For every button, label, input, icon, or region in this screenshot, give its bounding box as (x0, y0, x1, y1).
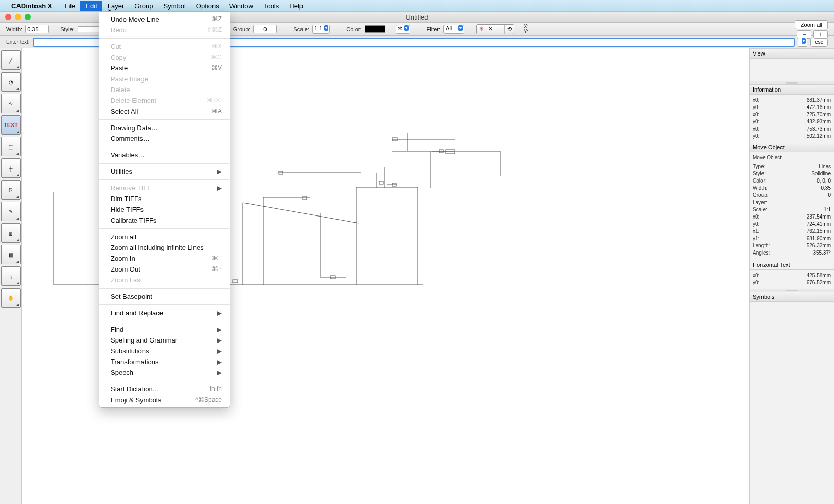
svg-rect-29 (446, 150, 455, 154)
menu-group[interactable]: Group (129, 1, 158, 11)
menu-item-hide-tiffs[interactable]: Hide TIFFs (99, 204, 230, 215)
minimize-window-icon[interactable] (15, 14, 21, 20)
color-label: Color: (346, 26, 361, 32)
zoom-all-button[interactable]: Zoom all (795, 20, 828, 29)
view-section-header[interactable]: View (750, 48, 834, 59)
text-tool[interactable]: TEXT (1, 115, 21, 135)
menu-file[interactable]: File (59, 1, 80, 11)
menu-tools[interactable]: Tools (258, 1, 284, 11)
arc-tool[interactable]: ◔ (1, 72, 21, 92)
enter-text-label: Enter text: (6, 39, 30, 45)
menu-item-find[interactable]: Find▶ (99, 324, 230, 335)
info-row: Scale:1:1 (753, 206, 831, 213)
info-row: Style:Solidline (753, 170, 831, 177)
menubar: CADintosh X FileEditLayerGroupSymbolOpti… (0, 0, 834, 11)
menu-item-comments-[interactable]: Comments… (99, 133, 230, 144)
svg-rect-7 (233, 280, 238, 283)
menu-item-redo: Redo⇧⌘Z (99, 25, 230, 35)
settings-select[interactable]: ✲ (396, 25, 410, 34)
hand-tool[interactable]: ✋ (1, 288, 21, 308)
tool-palette: ╱◔∿TEXT⬚┼⎘✎🗑▨⤵✋ (0, 48, 22, 504)
menu-item-variables-[interactable]: Variables… (99, 150, 230, 160)
info-row: Layer: (753, 199, 831, 206)
path-tool[interactable]: ⤵ (1, 266, 21, 286)
width-input[interactable] (25, 25, 49, 33)
info-row: Type:Lines (753, 163, 831, 170)
info-row: x0:425.58mm (753, 272, 831, 279)
zoom-window-icon[interactable] (25, 14, 31, 20)
snap-intersect-icon[interactable]: ✕ (486, 25, 495, 34)
svg-rect-25 (392, 138, 397, 141)
menu-item-undo-move-line[interactable]: Undo Move Line⌘Z (99, 14, 230, 25)
filter-label: Filter: (427, 26, 441, 32)
copy-tool[interactable]: ⎘ (1, 180, 21, 200)
menu-item-calibrate-tiffs[interactable]: Calibrate TIFFs (99, 215, 230, 226)
info-section-header[interactable]: Information (750, 84, 834, 95)
menu-item-dim-tiffs[interactable]: Dim TIFFs (99, 193, 230, 204)
dim-x-tool[interactable]: ⬚ (1, 137, 21, 156)
info-row: y0:676.52mm (753, 279, 831, 286)
info-row: Group:0 (753, 192, 831, 199)
coord-tool[interactable]: ┼ (1, 158, 21, 178)
menu-item-paste[interactable]: Paste⌘V (99, 63, 230, 74)
esc-button[interactable]: esc (810, 38, 828, 47)
menu-symbol[interactable]: Symbol (158, 1, 190, 11)
document-title: Untitled (405, 13, 428, 21)
width-label: Width: (6, 26, 22, 32)
info-row: y1:681.90mm (753, 235, 831, 242)
snap-point-icon[interactable]: ✳ (477, 25, 486, 34)
trash-tool[interactable]: 🗑 (1, 223, 21, 243)
coord-y-label: Y: (524, 29, 528, 34)
group-input[interactable] (253, 25, 277, 33)
menu-item-utilities[interactable]: Utilities▶ (99, 166, 230, 177)
snap-perp-icon[interactable]: ⟂ (495, 25, 505, 34)
bezier-tool[interactable]: ✎ (1, 202, 21, 221)
color-swatch[interactable] (365, 25, 385, 33)
menu-item-cut: Cut⌘X (99, 41, 230, 52)
menu-item-select-all[interactable]: Select All⌘A (99, 106, 230, 117)
menu-item-speech[interactable]: Speech▶ (99, 367, 230, 378)
info-row: y0:502.12mm (753, 133, 831, 140)
hatch-tool[interactable]: ▨ (1, 245, 21, 264)
coord-x-label: X: (524, 24, 528, 29)
menu-item-substitutions[interactable]: Substitutions▶ (99, 346, 230, 356)
info-row: x0:725.70mm (753, 111, 831, 118)
menu-edit[interactable]: Edit (80, 1, 102, 11)
info-row: x1:762.15mm (753, 228, 831, 235)
close-window-icon[interactable] (5, 14, 11, 20)
menu-item-drawing-data-[interactable]: Drawing Data… (99, 122, 230, 133)
menu-item-emoji-symbols[interactable]: Emoji & Symbols^⌘Space (99, 394, 230, 405)
menu-help[interactable]: Help (284, 1, 308, 11)
menu-item-zoom-all-including-infinite-lines[interactable]: Zoom all including infinite Lines (99, 242, 230, 253)
menu-layer[interactable]: Layer (102, 1, 130, 11)
snap-buttons: ✳ ✕ ⟂ ⟲ (476, 24, 514, 34)
menu-item-find-and-replace[interactable]: Find and Replace▶ (99, 308, 230, 318)
menu-item-spelling-and-grammar[interactable]: Spelling and Grammar▶ (99, 335, 230, 346)
move-object-header[interactable]: Move Object (750, 142, 834, 152)
entry-mode-select[interactable] (798, 38, 807, 47)
edit-menu-dropdown: Undo Move Line⌘ZRedo⇧⌘ZCut⌘XCopy⌘CPaste⌘… (99, 11, 230, 408)
menu-window[interactable]: Window (224, 1, 258, 11)
menu-item-set-basepoint[interactable]: Set Basepoint (99, 291, 230, 302)
zoom-in-button[interactable]: + (813, 30, 828, 39)
menu-item-transformations[interactable]: Transformations▶ (99, 356, 230, 367)
group-label: Group: (233, 26, 251, 32)
line-tool[interactable]: ╱ (1, 50, 21, 70)
info-row: Width:0.35 (753, 185, 831, 192)
menu-item-zoom-last: Zoom Last (99, 275, 230, 285)
info-row: y0:482.93mm (753, 118, 831, 125)
filter-select[interactable]: All (443, 25, 464, 34)
menu-item-zoom-all[interactable]: Zoom all (99, 231, 230, 242)
menu-options[interactable]: Options (191, 1, 224, 11)
menu-item-zoom-in[interactable]: Zoom In⌘+ (99, 253, 230, 264)
curve-tool[interactable]: ∿ (1, 94, 21, 113)
snap-rotate-icon[interactable]: ⟲ (505, 25, 514, 34)
menu-item-paste-image: Paste Image (99, 74, 230, 84)
symbols-section-header[interactable]: Symbols (750, 292, 834, 302)
menu-item-start-dictation-[interactable]: Start Dictation…fn fn (99, 384, 230, 394)
scale-select[interactable]: 1:1 (312, 25, 330, 34)
svg-rect-18 (379, 181, 383, 184)
menu-item-zoom-out[interactable]: Zoom Out⌘− (99, 264, 230, 275)
info-row: Color:0, 0, 0 (753, 177, 831, 185)
menu-item-remove-tiff: Remove TIFF▶ (99, 183, 230, 193)
